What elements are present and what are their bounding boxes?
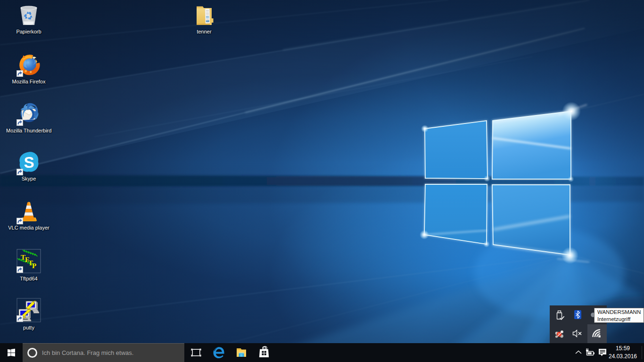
svg-text:S: S: [24, 154, 34, 171]
svg-text:P: P: [32, 262, 36, 270]
